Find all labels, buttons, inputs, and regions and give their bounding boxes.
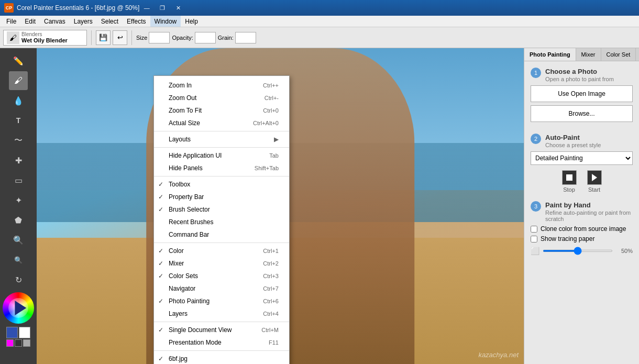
tab-mixer[interactable]: Mixer <box>576 48 601 61</box>
recent-color-2[interactable] <box>15 339 22 347</box>
maximize-button[interactable]: ❐ <box>155 3 170 13</box>
brush-name: Wet Oily Blender <box>21 37 68 43</box>
zoom-out-tool[interactable]: 🔍 <box>9 250 28 269</box>
menu-brush-selector[interactable]: Brush Selector <box>154 203 289 216</box>
presentation-shortcut: F11 <box>269 339 279 346</box>
paint-tool[interactable]: 🖌 <box>9 71 28 90</box>
tab-color-set[interactable]: Color Set <box>601 48 636 61</box>
menu-single-doc[interactable]: Single Document View Ctrl+M <box>154 324 289 336</box>
size-input[interactable]: 20.0 <box>149 32 170 43</box>
undo-button[interactable]: ↩ <box>113 30 127 45</box>
menu-recent-brushes[interactable]: Recent Brushes <box>154 216 289 228</box>
preset-select[interactable]: Detailed Painting <box>531 151 633 165</box>
rotate-tool[interactable]: ↻ <box>9 270 28 289</box>
menu-command-bar[interactable]: Command Bar <box>154 228 289 241</box>
text-tool[interactable]: T <box>9 111 28 130</box>
magnify-tool[interactable]: 🔍 <box>9 230 28 249</box>
menu-file[interactable]: File <box>2 16 20 27</box>
left-toolbar: ✏️ 🖌 💧 T 〜 ✚ ▭ ✦ ⬟ 🔍 🔍 ↻ <box>0 48 37 364</box>
grain-label: Grain: <box>218 35 234 41</box>
clone-tool[interactable]: ✦ <box>9 191 28 209</box>
menu-color[interactable]: Color Ctrl+1 <box>154 245 289 257</box>
transform-tool[interactable]: ✚ <box>9 151 28 170</box>
fill-tool[interactable]: 💧 <box>9 91 28 110</box>
opacity-slider-row: ⬜ 50% <box>531 247 633 255</box>
select-tool[interactable]: ▭ <box>9 171 28 190</box>
menu-navigator[interactable]: Navigator Ctrl+7 <box>154 282 289 295</box>
tracing-opacity-slider[interactable] <box>543 250 613 252</box>
app-icon: CP <box>4 3 14 13</box>
stop-button[interactable]: Stop <box>562 170 577 193</box>
mixer-check <box>158 260 163 267</box>
brush-selector-label: Brush Selector <box>169 206 210 213</box>
brush-selector-check <box>158 206 163 213</box>
section3-title: Paint by Hand <box>545 201 633 209</box>
menu-zoom-out[interactable]: Zoom Out Ctrl+- <box>154 92 289 104</box>
color-sets-label: Color Sets <box>169 272 198 280</box>
foreground-color[interactable] <box>6 327 18 338</box>
brush-tool[interactable]: ✏️ <box>9 51 28 70</box>
menu-layers[interactable]: Layers Ctrl+4 <box>154 307 289 320</box>
section1-number: 1 <box>531 68 541 78</box>
section2-number: 2 <box>531 134 541 144</box>
toolbar-sep2 <box>131 30 132 45</box>
color-triangle <box>15 301 26 315</box>
window-dropdown-menu: Zoom In Ctrl++ Zoom Out Ctrl+- Zoom To F… <box>153 75 290 364</box>
menu-window[interactable]: Window <box>150 16 181 27</box>
paper-texture[interactable] <box>23 339 30 347</box>
start-label: Start <box>588 186 600 193</box>
menu-property-bar[interactable]: Property Bar <box>154 191 289 203</box>
zoom-in-shortcut: Ctrl++ <box>263 82 279 89</box>
menu-effects[interactable]: Effects <box>123 16 150 27</box>
navigator-shortcut: Ctrl+7 <box>263 285 279 292</box>
menu-help[interactable]: Help <box>181 16 202 27</box>
menu-mixer[interactable]: Mixer Ctrl+2 <box>154 257 289 270</box>
start-icon <box>587 170 602 185</box>
brush-category: Blenders <box>21 31 68 37</box>
grain-input[interactable]: 46% <box>235 32 256 43</box>
hide-panels-label: Hide Panels <box>169 164 203 172</box>
clone-color-checkbox[interactable] <box>531 226 537 233</box>
close-button[interactable]: ✕ <box>171 3 185 13</box>
open-files-group: 6bf.jpg <box>154 351 289 364</box>
toolbar-sep1 <box>91 30 92 45</box>
minimize-button[interactable]: — <box>139 3 154 13</box>
main-area: ✏️ 🖌 💧 T 〜 ✚ ▭ ✦ ⬟ 🔍 🔍 ↻ <box>0 48 639 364</box>
panels-group: Toolbox Property Bar Brush Selector Rece… <box>154 177 289 243</box>
zoom-in-label: Zoom In <box>169 82 192 89</box>
section3-header: 3 Paint by Hand Refine auto-painting or … <box>531 201 633 222</box>
secondary-swatches <box>6 339 30 347</box>
menu-presentation[interactable]: Presentation Mode F11 <box>154 336 289 349</box>
background-color[interactable] <box>19 327 30 338</box>
menu-photo-painting[interactable]: Photo Painting Ctrl+6 <box>154 295 289 307</box>
color-sets-shortcut: Ctrl+3 <box>263 273 279 279</box>
dodge-tool[interactable]: ⬟ <box>9 211 28 229</box>
menu-hide-panels[interactable]: Hide Panels Shift+Tab <box>154 162 289 174</box>
start-button[interactable]: Start <box>587 170 602 193</box>
menu-layouts[interactable]: Layouts ▶ <box>154 133 289 146</box>
use-open-image-button[interactable]: Use Open Image <box>531 85 633 102</box>
menu-select[interactable]: Select <box>97 16 123 27</box>
zoom-group: Zoom In Ctrl++ Zoom Out Ctrl+- Zoom To F… <box>154 78 289 131</box>
mixer-shortcut: Ctrl+2 <box>263 260 279 267</box>
menu-toolbox[interactable]: Toolbox <box>154 178 289 191</box>
recent-color-1[interactable] <box>6 339 14 347</box>
browse-button[interactable]: Browse... <box>531 105 633 122</box>
menu-hide-ui[interactable]: Hide Application UI Tab <box>154 149 289 162</box>
panel-content: 1 Choose a Photo Open a photo to paint f… <box>524 61 639 364</box>
menu-zoom-fit[interactable]: Zoom To Fit Ctrl+0 <box>154 104 289 117</box>
tracing-paper-checkbox[interactable] <box>531 236 537 242</box>
menu-6bf[interactable]: 6bf.jpg <box>154 352 289 364</box>
menu-color-sets[interactable]: Color Sets Ctrl+3 <box>154 270 289 282</box>
smear-tool[interactable]: 〜 <box>9 131 28 150</box>
menu-canvas[interactable]: Canvas <box>40 16 70 27</box>
tab-photo-painting[interactable]: Photo Painting <box>524 48 576 61</box>
menu-actual-size[interactable]: Actual Size Ctrl+Alt+0 <box>154 117 289 129</box>
menu-edit[interactable]: Edit <box>20 16 40 27</box>
layouts-group: Layouts ▶ <box>154 131 289 148</box>
menu-layers[interactable]: Layers <box>70 16 97 27</box>
color-wheel[interactable] <box>3 292 34 324</box>
save-button[interactable]: 💾 <box>96 30 111 45</box>
opacity-input[interactable]: 100% <box>195 32 216 43</box>
menu-zoom-in[interactable]: Zoom In Ctrl++ <box>154 79 289 92</box>
